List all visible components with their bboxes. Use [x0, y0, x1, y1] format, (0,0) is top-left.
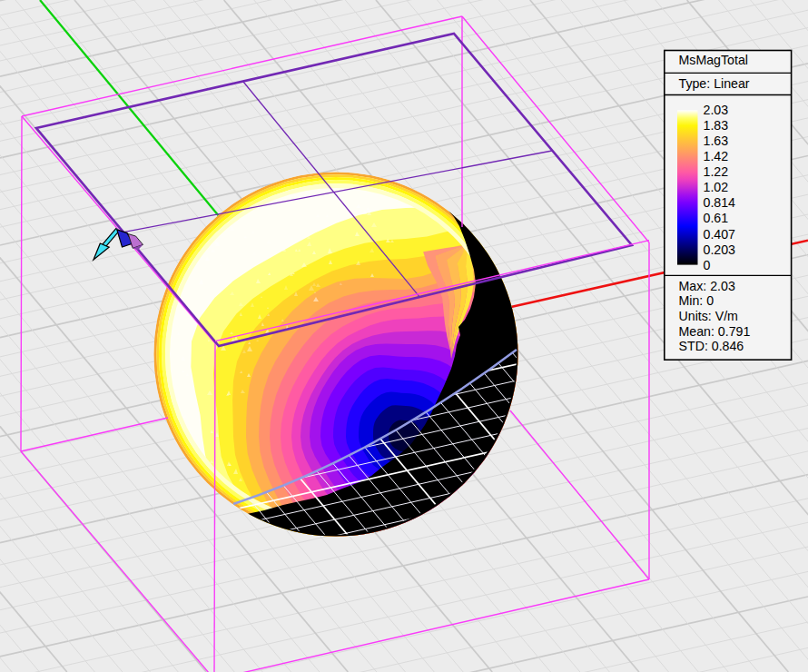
svg-text:1.63: 1.63	[704, 133, 729, 148]
svg-text:Mean: 0.791: Mean: 0.791	[679, 324, 751, 339]
svg-text:STD: 0.846: STD: 0.846	[679, 339, 744, 353]
svg-text:1.83: 1.83	[704, 118, 729, 133]
svg-text:0.814: 0.814	[704, 195, 736, 210]
svg-text:Max: 2.03: Max: 2.03	[679, 279, 735, 293]
svg-text:2.03: 2.03	[704, 103, 729, 117]
svg-text:1.02: 1.02	[704, 180, 729, 194]
svg-text:0.203: 0.203	[704, 242, 736, 257]
svg-text:1.22: 1.22	[704, 164, 729, 179]
svg-text:Type: Linear: Type: Linear	[679, 76, 750, 91]
svg-text:0: 0	[704, 258, 711, 272]
svg-text:0.407: 0.407	[704, 227, 736, 242]
svg-text:Units: V/m: Units: V/m	[679, 309, 738, 323]
svg-text:0.61: 0.61	[704, 211, 729, 225]
svg-text:1.42: 1.42	[704, 149, 729, 163]
svg-text:MsMagTotal: MsMagTotal	[679, 53, 748, 67]
svg-text:Min: 0: Min: 0	[679, 293, 714, 308]
